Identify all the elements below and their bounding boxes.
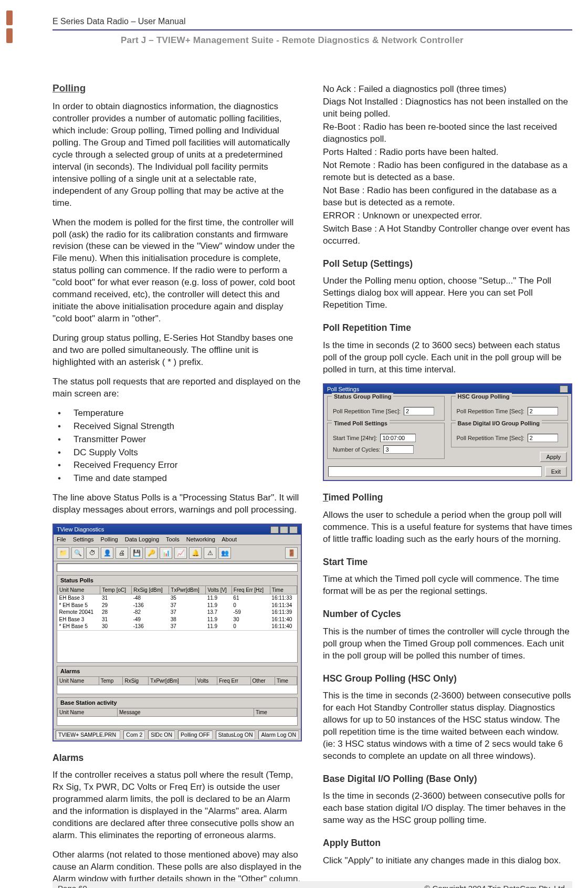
alarms-panel: Alarms Unit Name Temp RxSig TxPwr[dBm] V…	[57, 666, 298, 694]
toolbar-button[interactable]: ⚠	[204, 547, 216, 559]
status-filename: TVIEW+ SAMPLE.PRN	[56, 730, 120, 739]
list-item: Transmitter Power	[52, 434, 302, 446]
heading-number-cycles: Number of Cycles	[323, 608, 572, 621]
toolbar-button[interactable]: 👤	[101, 547, 113, 559]
heading-alarms: Alarms	[52, 752, 302, 765]
hsc-repetition-input[interactable]	[528, 407, 558, 415]
header-rule	[52, 29, 572, 30]
col-header[interactable]: Message	[118, 708, 254, 717]
window-titlebar: TView Diagnostics	[54, 525, 301, 535]
menu-item[interactable]: Settings	[73, 536, 94, 542]
paragraph: Time at which the Timed poll cycle will …	[323, 573, 572, 598]
menu-item[interactable]: Polling	[101, 536, 118, 542]
toolbar-button[interactable]: ⏱	[86, 547, 99, 559]
table-row[interactable]: Remote 2004128-823713.7-5916:11:39	[58, 609, 297, 616]
bdio-repetition-input[interactable]	[528, 434, 558, 442]
apply-button[interactable]: Apply	[540, 452, 567, 462]
dialog-title: Poll Settings	[327, 385, 359, 393]
toolbar-button[interactable]: 🔔	[189, 547, 202, 559]
table-cell: 61	[232, 594, 270, 602]
exit-button[interactable]: Exit	[545, 466, 567, 477]
group-hsc-polling: HSC Group Polling Poll Repetition Time […	[451, 396, 569, 421]
field-label: Poll Repetition Time [Sec]:	[457, 434, 524, 442]
status-polls-panel: Status Polls Unit Name Temp [oC] RxSig […	[57, 575, 298, 663]
status-com: Com 2	[123, 730, 145, 739]
table-cell: 31	[100, 594, 132, 602]
table-cell: * EH Base 5	[58, 623, 100, 630]
col-header[interactable]: RxSig	[123, 676, 149, 685]
cycles-input[interactable]	[383, 445, 414, 454]
paragraph: Diags Not Installed : Diagnostics has no…	[323, 96, 572, 120]
paragraph: This is the number of times the controll…	[323, 626, 572, 662]
col-header[interactable]: Unit Name	[58, 586, 100, 594]
toolbar-button[interactable]: 📁	[57, 547, 69, 559]
panel-title: Alarms	[57, 666, 297, 676]
col-header[interactable]: Temp [oC]	[100, 586, 132, 594]
table-cell: 16:11:39	[270, 609, 297, 616]
col-header[interactable]: Volts [V]	[206, 586, 232, 594]
field-label: Poll Repetition Time [Sec]:	[333, 408, 401, 415]
table-cell: -48	[132, 594, 169, 602]
col-header[interactable]: Temp	[99, 676, 123, 685]
table-cell: 38	[169, 616, 206, 623]
toolbar-button[interactable]: 📊	[160, 547, 172, 559]
status-sldc: SlDc ON	[148, 730, 175, 739]
paragraph: The line above Status Polls is a "Proces…	[52, 492, 302, 516]
toolbar-button[interactable]: 🔑	[145, 547, 158, 559]
paragraph: Not Base : Radio has been configured in …	[323, 185, 572, 209]
col-header[interactable]: RxSig [dBm]	[132, 586, 169, 594]
toolbar-button[interactable]: 🚪	[285, 547, 298, 559]
copyright: © Copyright 2004 Trio DataCom Pty. Ltd.	[424, 883, 567, 888]
menu-item[interactable]: File	[57, 536, 66, 542]
toolbar-button[interactable]: 💾	[130, 547, 143, 559]
col-header[interactable]: Volts	[195, 676, 217, 685]
col-header[interactable]: Freq Err	[217, 676, 250, 685]
table-row[interactable]: * EH Base 530-1363711.9016:11:40	[58, 623, 297, 630]
status-polls-table: Unit Name Temp [oC] RxSig [dBm] TxPwr[dB…	[57, 586, 297, 630]
poll-repetition-input[interactable]	[404, 407, 434, 415]
toolbar-button[interactable]: 🔍	[71, 547, 84, 559]
table-cell: 37	[169, 602, 206, 609]
table-row[interactable]: EH Base 331-483511.96116:11:33	[58, 594, 297, 602]
menu-item[interactable]: Tools	[166, 536, 180, 542]
page-footer: Page 60 © Copyright 2004 Trio DataCom Pt…	[52, 881, 572, 888]
col-header[interactable]: Time	[254, 708, 297, 717]
table-row[interactable]: * EH Base 529-1363711.9016:11:34	[58, 602, 297, 609]
heading-apply-button: Apply Button	[323, 837, 572, 850]
table-row[interactable]: EH Base 331-493811.93016:11:40	[58, 616, 297, 623]
field-label: Start Time [24hr]:	[333, 434, 377, 442]
col-header[interactable]: Time	[275, 676, 297, 685]
menu-item[interactable]: Networking	[186, 536, 215, 542]
base-activity-table: Unit Name Message Time	[57, 708, 297, 717]
tview-diagnostics-window: TView Diagnostics File Settings Polling …	[52, 524, 302, 741]
col-header[interactable]: Unit Name	[58, 676, 99, 685]
col-header[interactable]: TxPwr[dBm]	[149, 676, 195, 685]
menu-item[interactable]: About	[222, 536, 237, 542]
table-cell: 35	[169, 594, 206, 602]
col-header[interactable]: Freq Err [Hz]	[232, 586, 270, 594]
status-polling: Polling OFF	[178, 730, 212, 739]
heading-poll-repetition: Poll Repetition Time	[323, 322, 572, 335]
table-cell: 16:11:34	[270, 602, 297, 609]
dialog-close[interactable]	[560, 385, 568, 393]
group-timed-poll: Timed Poll Settings Start Time [24hr]: N…	[327, 423, 445, 459]
table-cell: 31	[100, 616, 132, 623]
table-cell: -136	[132, 602, 169, 609]
table-cell: 16:11:40	[270, 616, 297, 623]
col-header[interactable]: Unit Name	[58, 708, 118, 717]
processing-status-bar	[57, 563, 298, 572]
paragraph: If the controller receives a status poll…	[52, 769, 302, 842]
panel-title: Base Station activity	[57, 698, 297, 708]
col-header[interactable]: Other	[250, 676, 275, 685]
toolbar-button[interactable]: 📈	[174, 547, 187, 559]
table-cell: EH Base 3	[58, 616, 100, 623]
start-time-input[interactable]	[380, 434, 416, 442]
toolbar-button[interactable]: 🖨	[116, 547, 128, 559]
col-header[interactable]: Time	[270, 586, 297, 594]
status-alarmlog: Alarm Log ON	[258, 730, 299, 739]
table-cell: -82	[132, 609, 169, 616]
toolbar-button[interactable]: 👥	[218, 547, 231, 559]
paragraph: Is the time in seconds (2 to 3600 secs) …	[323, 340, 572, 376]
col-header[interactable]: TxPwr[dBm]	[169, 586, 206, 594]
menu-item[interactable]: Data Logging	[125, 536, 159, 542]
